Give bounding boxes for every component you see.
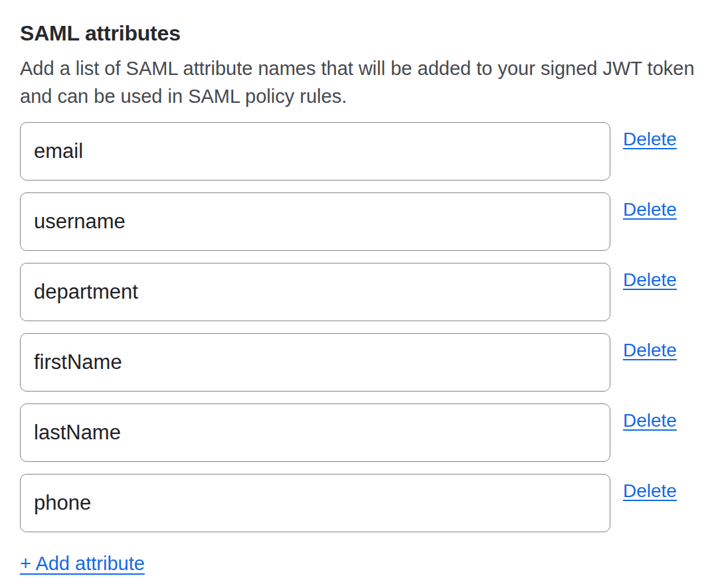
saml-attributes-section: SAML attributes Add a list of SAML attri…	[0, 0, 708, 575]
delete-link[interactable]: Delete	[623, 480, 677, 502]
add-attribute-link[interactable]: + Add attribute	[20, 552, 145, 575]
attribute-row: Delete	[20, 263, 679, 321]
delete-link[interactable]: Delete	[623, 340, 677, 361]
section-description: Add a list of SAML attribute names that …	[20, 54, 679, 110]
attribute-row: Delete	[20, 404, 679, 462]
delete-link[interactable]: Delete	[623, 269, 677, 291]
saml-attribute-input[interactable]	[20, 333, 610, 392]
attribute-list: Delete Delete Delete Delete Delete Delet…	[20, 122, 679, 532]
saml-attribute-input[interactable]	[20, 474, 610, 532]
attribute-row: Delete	[20, 122, 679, 181]
delete-link[interactable]: Delete	[623, 129, 677, 150]
page-title: SAML attributes	[20, 20, 679, 46]
description-line-1: Add a list of SAML attribute names that …	[20, 54, 679, 82]
saml-attribute-input[interactable]	[20, 192, 610, 251]
saml-attribute-input[interactable]	[20, 404, 610, 462]
attribute-row: Delete	[20, 192, 679, 251]
description-line-2: and can be used in SAML policy rules.	[20, 82, 679, 110]
saml-attribute-input[interactable]	[20, 122, 610, 181]
delete-link[interactable]: Delete	[623, 410, 677, 431]
saml-attribute-input[interactable]	[20, 263, 610, 321]
attribute-row: Delete	[20, 474, 679, 532]
attribute-row: Delete	[20, 333, 679, 392]
delete-link[interactable]: Delete	[623, 199, 677, 220]
